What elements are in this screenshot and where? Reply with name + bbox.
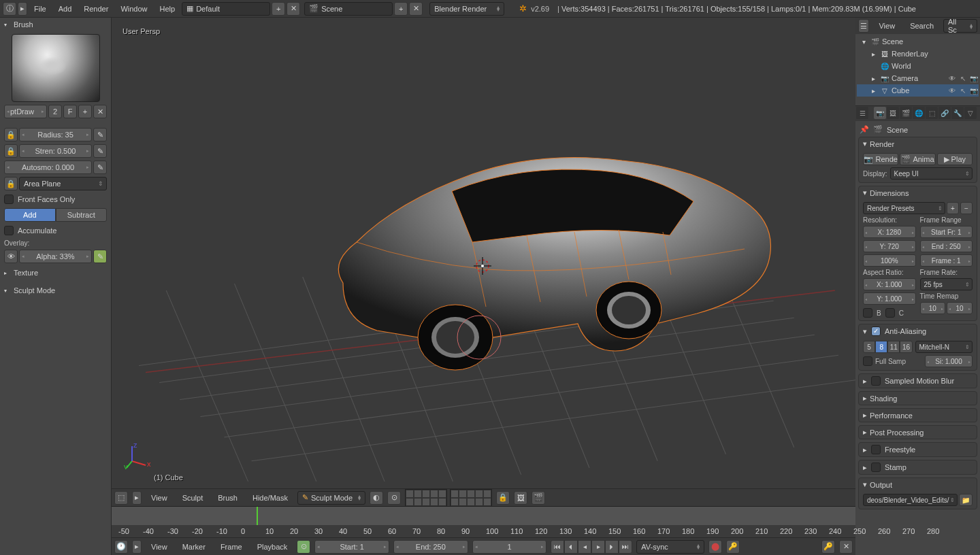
tl-editor-type-icon[interactable]: 🕐 xyxy=(114,540,128,554)
panel-post-processing-header[interactable]: ▸Post Processing xyxy=(859,426,977,439)
tree-row[interactable]: ▸🖼RenderLay xyxy=(857,48,979,60)
start-frame-field[interactable]: Start: 1 xyxy=(314,540,389,554)
start-fr-field[interactable]: Start Fr: 1 xyxy=(920,226,973,238)
tab-renderlayers-icon[interactable]: 🖼 xyxy=(887,107,899,119)
sculpt-mode-panel-header[interactable]: ▾Sculpt Mode xyxy=(0,284,111,297)
tree-row[interactable]: ▸▽Cube👁↖📷 xyxy=(857,84,979,97)
brush-add-icon[interactable]: + xyxy=(78,105,92,118)
menu-file[interactable]: File xyxy=(29,2,52,16)
expand-icon[interactable]: ▸ xyxy=(868,49,878,58)
strength-lock-icon[interactable]: 🔒 xyxy=(4,144,18,158)
jump-end-icon[interactable]: ⏭ xyxy=(619,540,632,554)
preset-add-icon[interactable]: + xyxy=(947,202,959,214)
play-icon[interactable]: ▸ xyxy=(591,540,605,554)
out-editor-type-icon[interactable]: ☰ xyxy=(858,19,869,33)
editor-type-icon[interactable]: ⓘ xyxy=(3,2,16,16)
render-presets-select[interactable]: Render Presets xyxy=(863,202,945,214)
render-engine-select[interactable]: Blender Render xyxy=(429,2,504,16)
menu-help[interactable]: Help xyxy=(154,2,181,16)
sculpt-plane-select[interactable]: Area Plane xyxy=(19,177,107,190)
output-path-field[interactable]: deos/Blender_Video_Edits/ xyxy=(863,494,958,506)
sync-mode-select[interactable]: AV-sync xyxy=(636,540,704,554)
expand-menus-icon[interactable]: ▸ xyxy=(18,2,27,16)
tl-menu-view[interactable]: View xyxy=(146,540,173,554)
lock-camera-icon[interactable]: 🔒 xyxy=(496,491,510,505)
crop-check[interactable] xyxy=(885,308,895,318)
remap-new-field[interactable]: 10 xyxy=(947,302,973,314)
brush-fake-user[interactable]: F xyxy=(63,105,77,118)
overlay-alpha-field[interactable]: Alpha: 33% xyxy=(19,250,92,263)
timeline-canvas[interactable] xyxy=(112,506,855,525)
aa-size-field[interactable]: Si: 1.000 xyxy=(925,355,973,367)
tree-row[interactable]: ▸📷Camera👁↖📷 xyxy=(857,72,979,84)
panel-aa-header[interactable]: ▾Anti-Aliasing xyxy=(859,324,977,338)
key-insert-icon[interactable]: 🔑 xyxy=(821,540,835,554)
end-fr-field[interactable]: End : 250 xyxy=(920,240,973,252)
panel-check[interactable] xyxy=(871,445,881,454)
strength-pressure-icon[interactable]: ✎ xyxy=(93,144,107,158)
scene-del-icon[interactable]: ✕ xyxy=(409,2,423,16)
menu-render[interactable]: Render xyxy=(78,2,114,16)
play-reverse-icon[interactable]: ◂ xyxy=(578,540,591,554)
res-y-field[interactable]: Y: 720 xyxy=(863,240,916,252)
tab-data-icon[interactable]: ▽ xyxy=(964,107,977,119)
out-menu-search[interactable]: Search xyxy=(904,19,939,33)
play-rendered-button[interactable]: ▶Play xyxy=(937,153,973,165)
tl-menu-marker[interactable]: Marker xyxy=(177,540,211,554)
direction-add[interactable]: Add xyxy=(4,208,56,222)
front-faces-check[interactable]: Front Faces Only xyxy=(4,193,107,205)
tab-constraints-icon[interactable]: 🔗 xyxy=(938,107,951,119)
out-menu-view[interactable]: View xyxy=(873,19,900,33)
vp-collapse-icon[interactable]: ▸ xyxy=(132,491,142,505)
shading-select-icon[interactable]: ◐ xyxy=(370,491,383,505)
panel-sampled-motion-blur-header[interactable]: ▸Sampled Motion Blur xyxy=(859,374,977,388)
panel-stamp-header[interactable]: ▸Stamp xyxy=(859,460,977,474)
panel-check[interactable] xyxy=(871,376,881,386)
eye-icon[interactable]: 👁 xyxy=(947,87,957,95)
layout-del-icon[interactable]: ✕ xyxy=(287,2,300,16)
vp-menu-brush[interactable]: Brush xyxy=(212,491,243,505)
radius-field[interactable]: Radius: 35 xyxy=(19,128,92,141)
render-icon[interactable]: 📷 xyxy=(969,75,979,82)
aspect-x-field[interactable]: X: 1.000 xyxy=(863,278,916,290)
overlay-pen-icon[interactable]: ✎ xyxy=(93,250,107,263)
panel-performance-header[interactable]: ▸Performance xyxy=(859,409,977,422)
eye-icon[interactable]: 👁 xyxy=(947,75,957,82)
tab-scene-icon[interactable]: 🎬 xyxy=(900,107,912,119)
vp-menu-sculpt[interactable]: Sculpt xyxy=(177,491,209,505)
menu-add[interactable]: Add xyxy=(53,2,78,16)
keyframe-next-icon[interactable]: ⏵ xyxy=(605,540,619,554)
panel-freestyle-header[interactable]: ▸Freestyle xyxy=(859,443,977,456)
panel-output-header[interactable]: ▾Output xyxy=(859,478,977,491)
keyframe-prev-icon[interactable]: ⏴ xyxy=(564,540,578,554)
layer-buttons[interactable] xyxy=(405,489,492,507)
expand-icon[interactable]: ▸ xyxy=(868,86,878,95)
overlay-toggle-icon[interactable]: 👁 xyxy=(4,250,18,263)
cursor-icon[interactable]: ↖ xyxy=(958,87,968,95)
plane-lock-icon[interactable]: 🔒 xyxy=(4,177,18,190)
direction-subtract[interactable]: Subtract xyxy=(56,208,108,222)
res-pct-field[interactable]: 100% xyxy=(863,254,916,267)
expand-icon[interactable]: ▸ xyxy=(868,73,878,83)
render-icon[interactable]: 📷 xyxy=(969,87,979,95)
vp-editor-type-icon[interactable]: ⬚ xyxy=(114,491,128,505)
preset-del-icon[interactable]: − xyxy=(960,202,973,214)
expand-icon[interactable]: ▾ xyxy=(859,37,868,46)
brush-panel-header[interactable]: ▾Brush xyxy=(0,18,111,31)
end-frame-field[interactable]: End: 250 xyxy=(393,540,468,554)
tab-editor-icon[interactable]: ☰ xyxy=(856,107,868,119)
expand-icon[interactable] xyxy=(868,61,878,71)
animation-button[interactable]: 🎬Anima xyxy=(900,153,935,165)
tab-object-icon[interactable]: ⬚ xyxy=(926,107,938,119)
full-sample-check[interactable] xyxy=(863,356,872,366)
output-browse-icon[interactable]: 📁 xyxy=(959,494,973,506)
out-filter-select[interactable]: All Sc xyxy=(943,19,977,33)
layout-add-icon[interactable]: + xyxy=(272,2,285,16)
vp-menu-view[interactable]: View xyxy=(146,491,173,505)
aa-8[interactable]: 8 xyxy=(875,341,887,353)
res-x-field[interactable]: X: 1280 xyxy=(863,226,916,238)
mode-select[interactable]: ✎ Sculpt Mode xyxy=(297,491,365,505)
vp-menu-hidemask[interactable]: Hide/Mask xyxy=(247,491,293,505)
render-preview-icon[interactable]: 🖼 xyxy=(514,491,527,505)
aa-filter-select[interactable]: Mitchell-N xyxy=(915,341,973,353)
